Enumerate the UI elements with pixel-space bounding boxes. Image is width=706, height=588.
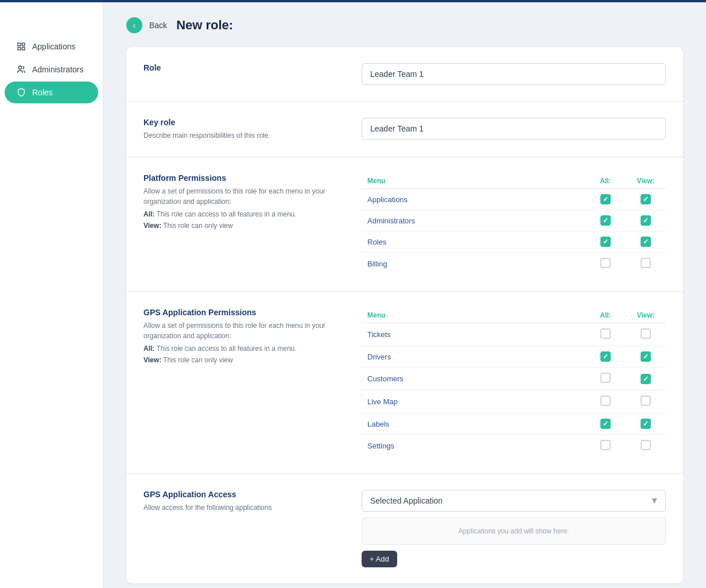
gps-view-checkbox-5[interactable] — [641, 440, 651, 450]
gps-view-checkbox-1[interactable] — [641, 351, 651, 362]
platform-all-desc: All: This role can access to all feature… — [143, 210, 339, 218]
gps-all-desc: All: This role can access to all feature… — [143, 345, 339, 353]
gps-access-title: GPS Application Access — [143, 490, 339, 499]
table-row: Billing — [362, 253, 666, 276]
table-row: Customers — [362, 368, 666, 390]
form-card: Role Key role Describe main responsibili… — [126, 47, 683, 583]
sidebar-item-applications[interactable]: Applications — [5, 36, 98, 57]
all-check-cell — [585, 368, 626, 390]
menu-cell: Live Map — [362, 390, 585, 413]
gps-all-checkbox-2[interactable] — [600, 373, 611, 383]
apps-empty-message: Applications you add will show here. — [362, 517, 666, 545]
all-check-cell — [585, 189, 626, 210]
platform-section-right: Menu All: View: Applications Administrat… — [362, 173, 666, 275]
platform-desc-intro: Allow a set of permissions to this role … — [143, 186, 339, 207]
view-check-cell — [626, 368, 666, 390]
selected-app-wrapper: Selected Application ▼ — [362, 490, 666, 512]
all-checkbox-0[interactable] — [600, 194, 611, 204]
all-check-cell — [585, 413, 626, 435]
all-check-cell — [585, 210, 626, 231]
gps-all-checkbox-1[interactable] — [600, 351, 611, 362]
view-checkbox-3[interactable] — [641, 258, 651, 268]
table-row: Live Map — [362, 390, 666, 413]
sidebar-item-label: Roles — [32, 88, 53, 97]
menu-cell: Tickets — [362, 323, 585, 346]
sidebar-item-label: Applications — [32, 42, 76, 51]
platform-permissions-table: Menu All: View: Applications Administrat… — [362, 173, 666, 275]
add-button[interactable]: + Add — [362, 551, 397, 567]
main-content: ‹ Back New role: Role Key role Describe … — [103, 0, 706, 588]
table-row: Applications — [362, 189, 666, 210]
gps-view-checkbox-3[interactable] — [641, 396, 651, 406]
gps-access-desc: Allow access for the following applicati… — [143, 502, 339, 513]
gps-view-checkbox-2[interactable] — [641, 374, 651, 384]
view-checkbox-1[interactable] — [641, 215, 651, 226]
table-row: Settings — [362, 435, 666, 458]
view-check-cell — [626, 231, 666, 253]
view-check-cell — [626, 323, 666, 346]
all-checkbox-3[interactable] — [600, 258, 611, 268]
role-section-right — [362, 63, 666, 85]
platform-title: Platform Permissions — [143, 173, 339, 183]
sidebar-item-administrators[interactable]: Administrators — [5, 59, 98, 80]
gps-view-checkbox-0[interactable] — [641, 328, 651, 339]
sidebar: Applications Administrators Roles — [0, 0, 103, 588]
users-icon — [16, 64, 26, 75]
page-title: New role: — [176, 18, 233, 33]
menu-cell: Drivers — [362, 346, 585, 368]
view-check-cell — [626, 346, 666, 368]
all-check-cell — [585, 231, 626, 253]
all-check-cell — [585, 323, 626, 346]
all-checkbox-1[interactable] — [600, 215, 611, 226]
svg-rect-3 — [22, 47, 25, 50]
menu-cell: Customers — [362, 368, 585, 390]
sidebar-item-roles[interactable]: Roles — [5, 82, 98, 103]
view-check-cell — [626, 435, 666, 458]
gps-permissions-table: Menu All: View: Tickets Drivers — [362, 308, 666, 457]
menu-cell: Settings — [362, 435, 585, 458]
gps-perm-title: GPS Application Permissions — [143, 308, 339, 317]
col-menu-header: Menu — [362, 308, 585, 323]
gps-view-checkbox-4[interactable] — [641, 419, 651, 429]
platform-view-desc: View: This role can only view — [143, 222, 339, 230]
selected-app-dropdown[interactable]: Selected Application — [362, 490, 666, 512]
gps-access-section: GPS Application Access Allow access for … — [126, 474, 683, 583]
page-header: ‹ Back New role: — [126, 17, 683, 33]
view-checkbox-2[interactable] — [641, 237, 651, 247]
all-check-cell — [585, 390, 626, 413]
col-view-header: View: — [626, 173, 666, 189]
key-role-section-right — [362, 118, 666, 141]
role-section: Role — [126, 47, 683, 102]
menu-cell: Applications — [362, 189, 585, 210]
gps-all-checkbox-3[interactable] — [600, 396, 611, 406]
col-view-header: View: — [626, 308, 666, 323]
key-role-input[interactable] — [362, 118, 666, 140]
table-row: Drivers — [362, 346, 666, 368]
svg-rect-1 — [22, 43, 25, 46]
menu-cell: Roles — [362, 231, 585, 253]
view-checkbox-0[interactable] — [641, 194, 651, 204]
role-input[interactable] — [362, 63, 666, 85]
gps-all-checkbox-0[interactable] — [600, 328, 611, 339]
gps-all-checkbox-5[interactable] — [600, 440, 611, 450]
all-checkbox-2[interactable] — [600, 237, 611, 247]
all-check-cell — [585, 435, 626, 458]
col-menu-header: Menu — [362, 173, 585, 189]
svg-point-4 — [18, 66, 21, 69]
key-role-label: Key role — [143, 118, 339, 127]
view-check-cell — [626, 253, 666, 276]
gps-all-checkbox-4[interactable] — [600, 419, 611, 429]
all-check-cell — [585, 253, 626, 276]
view-check-cell — [626, 189, 666, 210]
col-all-header: All: — [585, 173, 626, 189]
gps-perm-section-left: GPS Application Permissions Allow a set … — [143, 308, 339, 457]
gps-perm-section-right: Menu All: View: Tickets Drivers — [362, 308, 666, 457]
table-row: Administrators — [362, 210, 666, 231]
back-button[interactable]: ‹ — [126, 17, 142, 33]
key-role-section-left: Key role Describe main responsibilities … — [143, 118, 339, 141]
grid-icon — [16, 41, 26, 52]
shield-icon — [16, 87, 26, 98]
gps-access-left: GPS Application Access Allow access for … — [143, 490, 339, 567]
svg-rect-0 — [18, 43, 21, 46]
menu-cell: Billing — [362, 253, 585, 276]
